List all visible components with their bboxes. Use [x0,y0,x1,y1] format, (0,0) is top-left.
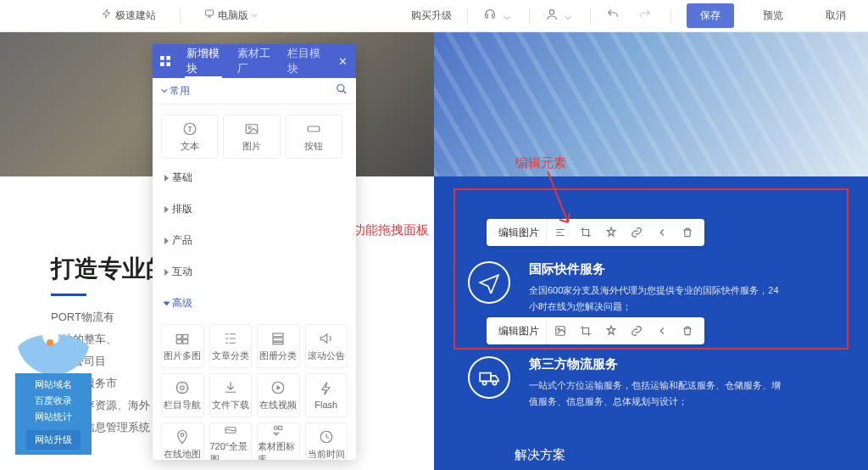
right-content: 编辑图片 编辑图片 国际快件服务 全 [434,176,868,470]
separator [467,8,468,24]
site-tool-widget: 网站域名 百度收录 网站统计 网站升级 [15,334,92,455]
svg-rect-16 [177,334,182,339]
close-icon[interactable]: ✕ [330,55,356,68]
svg-point-11 [337,85,344,92]
separator [529,8,530,24]
svg-point-3 [558,328,559,330]
image-icon[interactable] [548,317,572,344]
view-mode[interactable]: 电脑版 [204,8,261,23]
move-back-icon[interactable] [650,317,674,344]
panel-body: 文本 图片 按钮 基础 排版 产品 互动 高级 图片多图 文章分类 图册分类 滚… [153,104,356,460]
delete-icon[interactable] [676,317,699,344]
module-button[interactable]: 按钮 [286,115,342,159]
tool-stats[interactable]: 网站统计 [15,409,92,425]
tool-baidu[interactable]: 百度收录 [15,393,92,409]
separator [590,8,591,24]
speed-mode[interactable]: 极速建站 [102,8,156,23]
svg-rect-4 [480,373,491,382]
user-icon[interactable] [545,8,575,24]
hero-banner [0,32,868,176]
rocket-icon [15,334,92,373]
module-image[interactable]: 图片 [223,115,280,159]
top-toolbar: 极速建站 电脑版 购买升级 保存 预览 取消 [0,0,868,32]
module-flash[interactable]: Flash [305,373,348,417]
search-icon[interactable] [336,83,348,98]
service-title: 第三方物流服务 [529,356,783,372]
svg-rect-19 [183,339,188,344]
svg-rect-20 [273,333,283,337]
module-map[interactable]: 在线地图 [161,422,204,460]
redo-icon[interactable] [638,8,655,24]
lower-section: 打造专业的 PORT物流有 各地的整车、 ，我公司目 的物流服务市 输、库存资源… [0,176,868,470]
svg-rect-10 [167,62,171,66]
module-multi-image[interactable]: 图片多图 [161,324,204,368]
tool-upgrade-button[interactable]: 网站升级 [26,430,81,450]
svg-rect-18 [177,339,182,344]
module-text[interactable]: 文本 [161,115,218,159]
save-button[interactable]: 保存 [687,3,734,28]
buy-upgrade-link[interactable]: 购买升级 [411,8,452,23]
tab-column-module[interactable]: 栏目模块 [279,44,330,78]
svg-rect-7 [160,56,164,60]
tool-domain[interactable]: 网站域名 [15,377,92,393]
title-underline [51,294,86,296]
svg-rect-0 [206,10,214,15]
module-article-cat[interactable]: 文章分类 [209,324,253,368]
module-announce[interactable]: 滚动公告 [305,324,348,368]
tab-material[interactable]: 素材工厂 [229,44,280,78]
module-clock[interactable]: 当前时间 [305,422,348,460]
link-icon[interactable] [625,219,648,246]
support-icon[interactable] [483,8,513,24]
annotation-drag-panel: 功能拖拽面板 [353,222,429,238]
svg-rect-17 [183,334,188,339]
search-input[interactable] [197,85,329,97]
animation-icon[interactable] [599,219,623,246]
svg-rect-13 [246,124,258,133]
module-nav[interactable]: 栏目导航 [161,373,204,417]
element-edit-toolbar: 编辑图片 [487,317,704,344]
group-advanced[interactable]: 高级 [161,288,348,319]
panel-tabs: 新增模块 素材工厂 栏目模块 ✕ [153,44,356,78]
group-layout[interactable]: 排版 [161,193,348,225]
svg-rect-8 [167,56,171,60]
panel-grid-icon[interactable] [153,54,178,68]
annotation-edit-element: 编辑元素 [515,155,566,171]
crop-icon[interactable] [574,317,598,344]
module-panorama[interactable]: 720°全景图 [209,422,253,460]
svg-point-26 [181,433,184,436]
svg-rect-21 [273,338,283,341]
edit-toolbar-label[interactable]: 编辑图片 [492,317,547,344]
crop-icon[interactable] [574,219,598,246]
service-desc: 一站式个方位运输服务，包括运输和配送服务、仓储服务、增值服务、信息服务、总体规划… [529,378,783,409]
svg-point-6 [492,382,496,385]
svg-point-5 [482,382,486,385]
move-back-icon[interactable] [650,219,674,246]
group-basic[interactable]: 基础 [161,162,348,193]
link-icon[interactable] [625,317,648,344]
animation-icon[interactable] [599,317,623,344]
separator [670,8,671,24]
cancel-button[interactable]: 取消 [812,3,860,28]
group-interaction[interactable]: 互动 [161,256,348,288]
section-title: 解决方案 [515,447,565,463]
category-dropdown[interactable]: 常用 [161,84,190,98]
svg-point-23 [181,385,185,389]
module-video[interactable]: 在线视频 [257,373,300,417]
delete-icon[interactable] [676,219,699,246]
stage: 打造专业的 PORT物流有 各地的整车、 ，我公司目 的物流服务市 输、库存资源… [0,32,868,470]
truck-icon [468,356,510,399]
group-product[interactable]: 产品 [161,225,348,256]
undo-icon[interactable] [606,8,623,24]
tab-new-module[interactable]: 新增模块 [178,44,229,78]
module-icon-lib[interactable]: 素材图标库 [257,422,300,460]
preview-button[interactable]: 预览 [749,3,797,28]
element-edit-toolbar: 编辑图片 [487,219,704,246]
svg-point-1 [549,10,554,14]
service-item[interactable]: 第三方物流服务 一站式个方位运输服务，包括运输和配送服务、仓储服务、增值服务、信… [468,356,834,409]
module-download[interactable]: 文件下载 [209,373,253,417]
module-album-cat[interactable]: 图册分类 [257,324,300,368]
svg-point-28 [275,426,278,429]
svg-rect-15 [309,126,320,131]
panel-search-row: 常用 [153,78,356,104]
arrow-icon [539,170,575,229]
